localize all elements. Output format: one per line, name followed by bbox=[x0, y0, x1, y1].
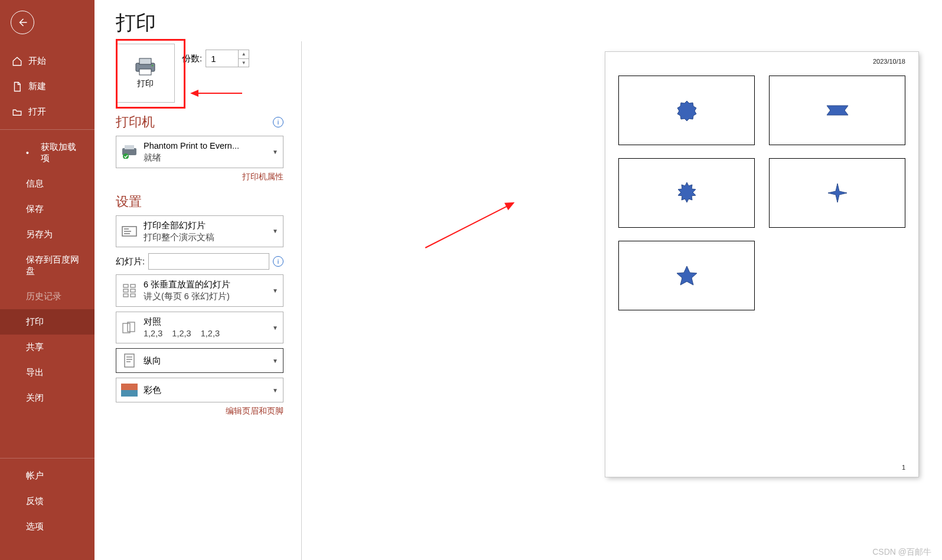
nav-open[interactable]: 打开 bbox=[0, 99, 94, 125]
nav-account[interactable]: 帐户 bbox=[0, 463, 94, 489]
preview-page-number: 1 bbox=[902, 464, 905, 471]
svg-rect-9 bbox=[124, 231, 131, 232]
nav-share[interactable]: 共享 bbox=[0, 335, 94, 360]
page-title: 打印 bbox=[116, 9, 283, 37]
printer-name: Phantom Print to Evern... bbox=[144, 140, 266, 152]
nav-info[interactable]: 信息 bbox=[0, 171, 94, 197]
slide-thumb-1 bbox=[618, 76, 755, 145]
handout-layout-select[interactable]: 6 张垂直放置的幻灯片 讲义(每页 6 张幻灯片) ▼ bbox=[116, 274, 283, 307]
nav-label: 另存为 bbox=[26, 229, 53, 240]
edit-header-footer-link[interactable]: 编辑页眉和页脚 bbox=[116, 406, 283, 417]
chevron-down-icon: ▼ bbox=[272, 387, 278, 394]
nav-label: 打开 bbox=[28, 106, 46, 117]
grid-icon bbox=[121, 282, 138, 299]
svg-rect-15 bbox=[123, 294, 128, 297]
slide-thumb-5 bbox=[618, 241, 755, 310]
seal-shape-icon bbox=[675, 99, 699, 122]
back-arrow-icon bbox=[17, 17, 28, 28]
svg-rect-16 bbox=[131, 294, 135, 297]
copies-input[interactable] bbox=[206, 50, 238, 67]
svg-rect-5 bbox=[125, 145, 134, 149]
nav-label: 共享 bbox=[26, 342, 44, 353]
svg-rect-13 bbox=[123, 289, 128, 292]
chevron-down-icon: ▼ bbox=[272, 149, 278, 155]
orientation-select[interactable]: 纵向 ▼ bbox=[116, 348, 283, 373]
color-select[interactable]: 彩色 ▼ bbox=[116, 378, 283, 402]
nav-options[interactable]: 选项 bbox=[0, 514, 94, 539]
printer-properties-link[interactable]: 打印机属性 bbox=[116, 172, 283, 182]
svg-rect-2 bbox=[139, 69, 151, 75]
nav-label: 打印 bbox=[26, 316, 44, 328]
nav-feedback[interactable]: 反馈 bbox=[0, 489, 94, 514]
print-button[interactable]: 打印 bbox=[116, 44, 175, 103]
slides-icon bbox=[121, 223, 138, 240]
printer-select[interactable]: Phantom Print to Evern... 就绪 ▼ bbox=[116, 136, 283, 168]
svg-rect-10 bbox=[124, 233, 130, 234]
info-icon[interactable]: i bbox=[273, 256, 283, 267]
nav-label: 开始 bbox=[28, 55, 46, 67]
printer-icon bbox=[133, 57, 157, 76]
star-shape-icon bbox=[675, 264, 699, 287]
watermark: CSDN @百邮牛 bbox=[872, 547, 931, 558]
svg-rect-11 bbox=[123, 284, 128, 287]
nav-export[interactable]: 导出 bbox=[0, 360, 94, 385]
svg-rect-14 bbox=[131, 289, 135, 292]
info-icon[interactable]: i bbox=[273, 117, 283, 127]
nav-label: 信息 bbox=[26, 178, 44, 189]
svg-rect-1 bbox=[139, 58, 151, 64]
combo-line1: 彩色 bbox=[144, 384, 266, 396]
nav-history[interactable]: 历史记录 bbox=[0, 284, 94, 309]
nav-home[interactable]: 开始 bbox=[0, 48, 94, 74]
nav-label: 关闭 bbox=[26, 392, 44, 404]
chevron-down-icon: ▼ bbox=[272, 358, 278, 364]
svg-rect-8 bbox=[124, 228, 129, 230]
printer-status: 就绪 bbox=[144, 152, 266, 163]
slides-input[interactable] bbox=[148, 253, 269, 270]
settings-heading: 设置 bbox=[116, 193, 142, 211]
combo-line1: 打印全部幻灯片 bbox=[144, 220, 266, 231]
chevron-down-icon: ▼ bbox=[272, 287, 278, 294]
nav-save[interactable]: 保存 bbox=[0, 197, 94, 222]
spin-down[interactable]: ▼ bbox=[239, 58, 249, 67]
nav-saveas[interactable]: 另存为 bbox=[0, 222, 94, 247]
nav-addins[interactable]: 获取加载项 bbox=[0, 135, 94, 171]
combo-line2: 打印整个演示文稿 bbox=[144, 231, 266, 243]
backstage-sidebar: 开始 新建 打开 获取加载项 信息 保存 另存为 保存到百度网盘 历史记录 打印… bbox=[0, 0, 94, 560]
print-range-select[interactable]: 打印全部幻灯片 打印整个演示文稿 ▼ bbox=[116, 215, 283, 248]
nav-label: 选项 bbox=[26, 521, 44, 532]
nav-label: 帐户 bbox=[26, 470, 44, 482]
combo-line1: 纵向 bbox=[144, 355, 266, 366]
nav-label: 保存 bbox=[26, 204, 44, 215]
nav-label: 历史记录 bbox=[26, 291, 61, 302]
nav-save-baidu[interactable]: 保存到百度网盘 bbox=[0, 247, 94, 284]
slides-label: 幻灯片: bbox=[116, 256, 145, 267]
combo-line2: 1,2,3 1,2,3 1,2,3 bbox=[144, 328, 266, 339]
combo-line1: 6 张垂直放置的幻灯片 bbox=[144, 279, 266, 290]
preview-page: 2023/10/18 bbox=[605, 52, 918, 477]
divider bbox=[0, 129, 94, 130]
svg-rect-19 bbox=[125, 354, 134, 367]
divider bbox=[0, 458, 94, 459]
spin-up[interactable]: ▲ bbox=[239, 50, 249, 58]
file-icon bbox=[12, 81, 22, 92]
nav-label: 获取加载项 bbox=[41, 142, 83, 164]
copies-label: 份数: bbox=[182, 53, 202, 64]
printer-heading: 打印机 bbox=[116, 113, 155, 131]
nav-print[interactable]: 打印 bbox=[0, 309, 94, 335]
home-icon bbox=[12, 56, 22, 67]
nav-new[interactable]: 新建 bbox=[0, 74, 94, 99]
ribbon-shape-icon bbox=[826, 99, 849, 122]
collate-icon bbox=[121, 319, 138, 336]
combo-line2: 讲义(每页 6 张幻灯片) bbox=[144, 290, 266, 302]
nav-close[interactable]: 关闭 bbox=[0, 385, 94, 411]
print-settings-panel: 打印 打印 份数: ▲ bbox=[94, 0, 301, 560]
print-button-label: 打印 bbox=[137, 78, 154, 89]
slide-thumb-2 bbox=[769, 76, 905, 145]
back-button[interactable] bbox=[11, 11, 34, 34]
preview-date: 2023/10/18 bbox=[873, 58, 905, 65]
burst-shape-icon bbox=[675, 181, 699, 205]
collate-select[interactable]: 对照 1,2,3 1,2,3 1,2,3 ▼ bbox=[116, 312, 283, 344]
chevron-down-icon: ▼ bbox=[272, 325, 278, 331]
slide-thumb-empty bbox=[769, 241, 905, 310]
copies-spinner[interactable]: ▲ ▼ bbox=[206, 50, 249, 67]
